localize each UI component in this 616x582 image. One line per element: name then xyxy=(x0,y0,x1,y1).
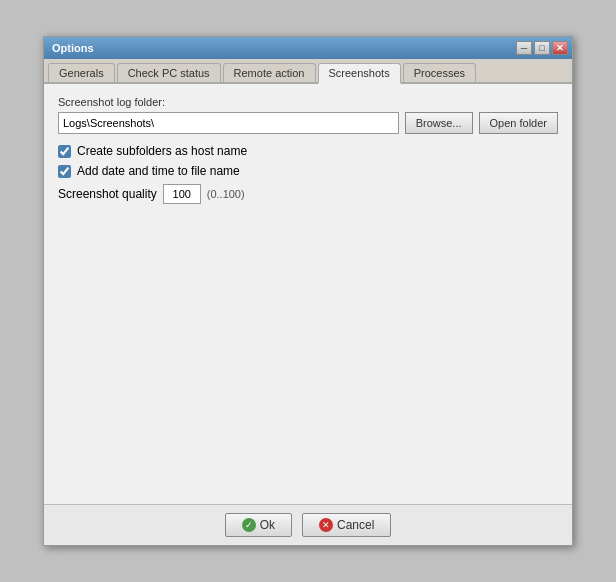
title-bar-buttons: ─ □ ✕ xyxy=(516,41,568,55)
tab-generals[interactable]: Generals xyxy=(48,63,115,82)
footer: ✓ Ok ✕ Cancel xyxy=(44,504,572,545)
ok-button[interactable]: ✓ Ok xyxy=(225,513,292,537)
open-folder-button[interactable]: Open folder xyxy=(479,112,558,134)
quality-label: Screenshot quality xyxy=(58,187,157,201)
browse-button[interactable]: Browse... xyxy=(405,112,473,134)
folder-input[interactable] xyxy=(58,112,399,134)
subfolders-label: Create subfolders as host name xyxy=(77,144,247,158)
folder-label: Screenshot log folder: xyxy=(58,96,558,108)
subfolders-checkbox[interactable] xyxy=(58,145,71,158)
folder-row: Browse... Open folder xyxy=(58,112,558,134)
tab-screenshots[interactable]: Screenshots xyxy=(318,63,401,84)
ok-icon: ✓ xyxy=(242,518,256,532)
cancel-label: Cancel xyxy=(337,518,374,532)
maximize-button[interactable]: □ xyxy=(534,41,550,55)
tabs-row: Generals Check PC status Remote action S… xyxy=(44,59,572,84)
tab-remote-action[interactable]: Remote action xyxy=(223,63,316,82)
options-window: Options ─ □ ✕ Generals Check PC status R… xyxy=(43,36,573,546)
datetime-label: Add date and time to file name xyxy=(77,164,240,178)
quality-input[interactable] xyxy=(163,184,201,204)
close-button[interactable]: ✕ xyxy=(552,41,568,55)
content-area: Screenshot log folder: Browse... Open fo… xyxy=(44,84,572,504)
datetime-checkbox[interactable] xyxy=(58,165,71,178)
tab-processes[interactable]: Processes xyxy=(403,63,476,82)
cancel-icon: ✕ xyxy=(319,518,333,532)
cancel-button[interactable]: ✕ Cancel xyxy=(302,513,391,537)
checkbox-datetime-row: Add date and time to file name xyxy=(58,164,558,178)
window-title: Options xyxy=(52,42,94,54)
minimize-button[interactable]: ─ xyxy=(516,41,532,55)
quality-range: (0..100) xyxy=(207,188,245,200)
quality-row: Screenshot quality (0..100) xyxy=(58,184,558,204)
tab-check-pc-status[interactable]: Check PC status xyxy=(117,63,221,82)
ok-label: Ok xyxy=(260,518,275,532)
checkbox-subfolders-row: Create subfolders as host name xyxy=(58,144,558,158)
title-bar: Options ─ □ ✕ xyxy=(44,37,572,59)
